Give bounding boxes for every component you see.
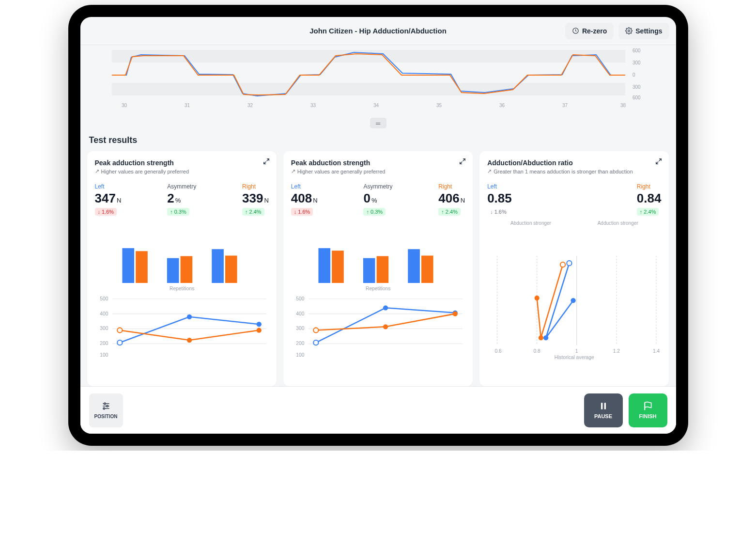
svg-point-39 [256,328,261,333]
svg-point-35 [186,314,191,319]
svg-rect-86 [604,403,605,409]
svg-point-69 [571,298,576,303]
svg-rect-3 [112,83,625,95]
metric-left: Left 408N ↓ 1.6% [291,183,318,216]
svg-text:200: 200 [296,341,304,346]
svg-point-37 [117,328,122,333]
svg-rect-21 [180,256,192,283]
trend-badge: ↓ 1.6% [95,208,117,216]
card-subtitle: ↗ Higher values are generally preferred [291,168,465,174]
svg-rect-45 [421,256,433,283]
pause-icon [599,401,608,411]
svg-text:500: 500 [100,296,108,301]
screen: John Citizen - Hip Adduction/Abduction R… [80,17,676,434]
metric-right: Right 0.84 ↑ 2.4% [637,183,662,216]
svg-rect-20 [167,258,179,283]
svg-point-70 [560,262,565,267]
svg-point-68 [543,335,548,340]
svg-point-61 [452,312,457,316]
svg-rect-40 [318,248,330,283]
svg-rect-19 [136,251,148,283]
metric-right: Right 406N ↑ 2.4% [438,183,465,216]
svg-point-59 [313,328,318,333]
svg-text:33: 33 [310,103,316,108]
svg-rect-42 [363,258,375,283]
svg-point-72 [535,296,540,300]
svg-text:34: 34 [373,103,379,108]
card-title: Peak abduction strength [291,159,465,167]
svg-rect-41 [332,251,344,283]
svg-text:600: 600 [633,95,641,100]
settings-button[interactable]: Settings [618,23,669,39]
svg-text:100: 100 [100,352,108,358]
svg-rect-44 [408,249,420,283]
svg-text:300: 300 [100,326,108,331]
trend-badge: ↓ 1.6% [291,208,313,216]
position-button[interactable]: POSITION [89,393,123,427]
svg-rect-18 [122,248,134,283]
svg-rect-23 [225,256,237,283]
svg-point-1 [628,30,630,32]
svg-point-38 [186,338,191,343]
footer: POSITION PAUSE FINISH [80,386,676,434]
expand-button[interactable] [459,158,466,167]
tablet-frame: John Citizen - Hip Adduction/Abduction R… [68,5,688,446]
ratio-region-labels: Abduction stronger Adduction stronger [487,220,661,226]
sliders-icon [101,401,111,411]
svg-point-36 [256,322,261,327]
expand-icon [459,158,466,165]
svg-text:0.6: 0.6 [495,348,502,354]
expand-icon [655,158,662,165]
page-title: John Citizen - Hip Adduction/Abduction [309,27,447,35]
reps-and-trend-chart: Repetitions 500 400 300 200 100 [291,222,465,378]
svg-point-34 [117,340,122,345]
svg-text:37: 37 [562,103,568,108]
svg-text:31: 31 [185,103,190,108]
trend-icon: ↗ [291,168,295,174]
svg-text:400: 400 [100,311,108,316]
svg-text:600: 600 [633,48,641,53]
svg-text:30: 30 [122,103,127,108]
svg-point-56 [313,340,318,345]
svg-point-67 [567,261,571,266]
card-title: Peak adduction strength [95,159,269,167]
svg-text:Repetitions: Repetitions [366,286,390,292]
card-ratio: Adduction/Abduction ratio ↗ Greater than… [479,151,669,386]
svg-text:1.4: 1.4 [653,348,660,354]
finish-button[interactable]: FINISH [629,393,667,427]
svg-text:500: 500 [296,296,304,301]
gear-icon [625,27,633,34]
expand-icon [263,158,270,165]
svg-rect-85 [601,403,602,409]
expand-button[interactable] [263,158,270,167]
metric-left: Left 0.85 ↓ 1.6% [487,183,512,216]
svg-text:Repetitions: Repetitions [170,286,194,292]
live-chart: 600 300 0 300 600 30 31 32 33 34 35 36 3… [80,45,676,123]
svg-text:200: 200 [100,341,108,346]
pause-button[interactable]: PAUSE [584,393,623,427]
svg-text:35: 35 [436,103,442,108]
svg-text:300: 300 [633,84,641,90]
card-peak-abduction: Peak abduction strength ↗ Higher values … [283,151,473,386]
flag-icon [643,401,653,411]
trend-icon: ↗ [95,168,99,174]
cards-row: Peak adduction strength ↗ Higher values … [80,151,676,386]
metric-asymmetry: Asymmetry 2% ↑ 0.3% [167,183,196,216]
svg-text:0.8: 0.8 [534,348,541,354]
svg-text:1.2: 1.2 [613,348,620,354]
trend-badge: ↓ 1.6% [487,208,509,216]
metric-left: Left 347N ↓ 1.6% [95,183,122,216]
svg-text:1: 1 [575,348,578,354]
resize-handle[interactable]: ═ [370,118,386,128]
expand-button[interactable] [655,158,662,167]
svg-point-71 [539,335,543,340]
svg-point-57 [383,305,388,310]
svg-point-60 [383,324,388,329]
ratio-chart: 0.6 0.8 1 1.2 1.4 Historical average [487,233,661,378]
svg-text:400: 400 [296,311,304,316]
rezero-button[interactable]: Re-zero [565,23,614,39]
header: John Citizen - Hip Adduction/Abduction R… [80,17,676,45]
svg-text:300: 300 [633,60,641,65]
trend-badge: ↑ 2.4% [242,208,264,216]
svg-text:0: 0 [633,72,635,78]
